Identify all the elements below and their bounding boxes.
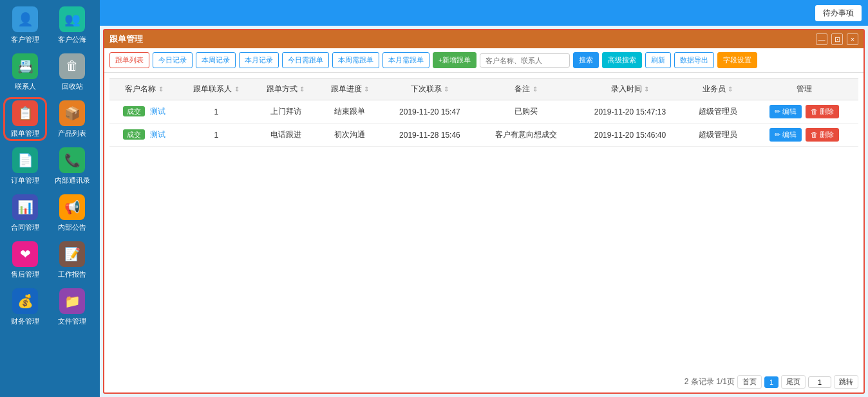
cell-method-0: 上门拜访 — [254, 100, 317, 124]
sidebar-item-label: 产品列表 — [58, 129, 86, 138]
customer-public-icon: 👥 — [59, 6, 85, 32]
col-salesperson: 业务员 ⇕ — [686, 78, 750, 100]
sidebar-item-finance[interactable]: 💰 财务管理 — [3, 285, 47, 329]
btn-today-followup[interactable]: 今日需跟单 — [282, 52, 329, 68]
sidebar-item-internal-msg[interactable]: 📞 内部通讯录 — [50, 144, 94, 188]
sidebar-item-recycle[interactable]: 🗑 回收站 — [50, 50, 94, 94]
col-remark: 备注 ⇕ — [478, 78, 575, 100]
sidebar-item-products[interactable]: 📦 产品列表 — [50, 97, 94, 141]
cell-progress-1: 初次沟通 — [318, 124, 382, 147]
sidebar-item-label: 内部公告 — [58, 223, 86, 232]
products-icon: 📦 — [59, 100, 85, 126]
page-jump-input[interactable] — [808, 376, 831, 388]
btn-week-record[interactable]: 本周记录 — [196, 52, 236, 68]
minimize-button[interactable]: — — [816, 33, 827, 45]
cell-entry-time-1: 2019-11-20 15:46:40 — [574, 124, 685, 147]
cell-progress-0: 结束跟单 — [318, 100, 382, 124]
contracts-icon: 📊 — [12, 194, 38, 220]
btn-new[interactable]: +新增跟单 — [433, 52, 476, 68]
col-customer: 客户名称 ⇕ — [109, 78, 179, 100]
file-mgmt-icon: 📁 — [59, 288, 85, 314]
btn-export[interactable]: 数据导出 — [674, 52, 714, 68]
sidebar-item-aftersales[interactable]: ❤ 售后管理 — [3, 238, 47, 282]
sidebar-item-contracts[interactable]: 📊 合同管理 — [3, 191, 47, 235]
sidebar-item-file-mgmt[interactable]: 📁 文件管理 — [50, 285, 94, 329]
search-input[interactable] — [480, 53, 570, 68]
cell-contact-0: 1 — [179, 100, 254, 124]
aftersales-icon: ❤ — [12, 241, 38, 267]
cell-next-contact-0: 2019-11-20 15:47 — [382, 100, 478, 124]
cell-method-1: 电话跟进 — [254, 124, 317, 147]
cell-manage-1: ✏ 编辑 🗑 删除 — [750, 124, 858, 147]
btn-advanced[interactable]: 高级搜索 — [602, 52, 642, 68]
sidebar-item-label: 联系人 — [15, 82, 36, 91]
btn-month-record[interactable]: 本月记录 — [239, 52, 279, 68]
sidebar-item-internal-notice[interactable]: 📢 内部公告 — [50, 191, 94, 235]
current-page: 1 — [764, 376, 778, 388]
delete-button-1[interactable]: 🗑 删除 — [806, 128, 839, 142]
sidebar-item-orders[interactable]: 📄 订单管理 — [3, 144, 47, 188]
btn-week-followup[interactable]: 本周需跟单 — [332, 52, 379, 68]
sidebar-item-label: 合同管理 — [11, 223, 39, 232]
window-title-bar: 跟单管理 — ⊡ × — [104, 30, 863, 48]
sidebar: 👤 客户管理 👥 客户公海 📇 联系人 🗑 回收站 📋 跟单管理 📦 产品列表 … — [0, 0, 100, 397]
sidebar-item-label: 财务管理 — [11, 317, 39, 326]
pending-tasks-button[interactable]: 待办事项 — [815, 5, 862, 21]
jump-button[interactable]: 跳转 — [834, 375, 858, 389]
cell-remark-0: 已购买 — [478, 100, 575, 124]
btn-month-followup[interactable]: 本月需跟单 — [382, 52, 429, 68]
cell-salesperson-0: 超级管理员 — [686, 100, 750, 124]
finance-icon: 💰 — [12, 288, 38, 314]
table-container: 客户名称 ⇕ 跟单联系人 ⇕ 跟单方式 ⇕ 跟单进度 ⇕ 下次联系 ⇕ 备注 ⇕… — [104, 73, 863, 371]
col-next-contact: 下次联系 ⇕ — [382, 78, 478, 100]
cell-contact-1: 1 — [179, 124, 254, 147]
sidebar-item-label: 客户公海 — [58, 35, 86, 44]
sidebar-item-customer-mgmt[interactable]: 👤 客户管理 — [3, 3, 47, 47]
data-table: 客户名称 ⇕ 跟单联系人 ⇕ 跟单方式 ⇕ 跟单进度 ⇕ 下次联系 ⇕ 备注 ⇕… — [109, 78, 858, 147]
btn-fields[interactable]: 字段设置 — [717, 52, 757, 68]
btn-search[interactable]: 搜索 — [573, 52, 599, 68]
window: 跟单管理 — ⊡ × 跟单列表 今日记录 本周记录 本月记录 今日需跟单 本周需… — [103, 29, 865, 394]
sidebar-item-label: 订单管理 — [11, 176, 39, 185]
col-progress: 跟单进度 ⇕ — [318, 78, 382, 100]
edit-button-1[interactable]: ✏ 编辑 — [769, 128, 802, 142]
first-page-button[interactable]: 首页 — [737, 375, 762, 389]
maximize-button[interactable]: ⊡ — [831, 33, 843, 45]
btn-today-record[interactable]: 今日记录 — [153, 52, 193, 68]
last-page-button[interactable]: 尾页 — [781, 375, 806, 389]
contacts-icon: 📇 — [12, 53, 38, 79]
sidebar-item-customer-public[interactable]: 👥 客户公海 — [50, 3, 94, 47]
btn-refresh[interactable]: 刷新 — [645, 52, 671, 68]
sidebar-item-contacts[interactable]: 📇 联系人 — [3, 50, 47, 94]
close-button[interactable]: × — [847, 33, 858, 45]
sidebar-item-label: 内部通讯录 — [55, 176, 90, 185]
window-title: 跟单管理 — [109, 33, 143, 45]
tag-success-0: 成交 — [123, 106, 145, 116]
sidebar-item-label: 文件管理 — [58, 317, 86, 326]
cell-remark-1: 客户有意向想成交 — [478, 124, 575, 147]
table-row: 成交 测试 1 电话跟进 初次沟通 2019-11-28 15:46 客户有意向… — [109, 124, 858, 147]
customer-link-1[interactable]: 测试 — [150, 130, 165, 139]
sidebar-item-followup[interactable]: 📋 跟单管理 — [3, 97, 47, 141]
sidebar-item-label: 客户管理 — [11, 35, 39, 44]
sidebar-item-label: 跟单管理 — [11, 129, 39, 138]
btn-list[interactable]: 跟单列表 — [109, 52, 149, 68]
cell-next-contact-1: 2019-11-28 15:46 — [382, 124, 478, 147]
delete-button-0[interactable]: 🗑 删除 — [806, 105, 839, 118]
main-content: 待办事项 跟单管理 — ⊡ × 跟单列表 今日记录 本周记录 本月记录 今日需跟… — [100, 0, 868, 397]
recycle-icon: 🗑 — [59, 53, 85, 79]
customer-mgmt-icon: 👤 — [12, 6, 38, 32]
customer-link-0[interactable]: 测试 — [150, 107, 165, 116]
window-controls: — ⊡ × — [816, 33, 858, 45]
pagination: 2 条记录 1/1页 首页 1 尾页 跳转 — [104, 371, 863, 392]
work-report-icon: 📝 — [59, 241, 85, 267]
cell-entry-time-0: 2019-11-20 15:47:13 — [574, 100, 685, 124]
edit-button-0[interactable]: ✏ 编辑 — [769, 105, 802, 118]
top-bar: 待办事项 — [100, 0, 868, 26]
cell-manage-0: ✏ 编辑 🗑 删除 — [750, 100, 858, 124]
sidebar-item-label: 回收站 — [62, 82, 83, 91]
cell-customer-1: 成交 测试 — [109, 124, 179, 147]
sidebar-item-work-report[interactable]: 📝 工作报告 — [50, 238, 94, 282]
col-method: 跟单方式 ⇕ — [254, 78, 317, 100]
sidebar-item-label: 工作报告 — [58, 270, 86, 279]
